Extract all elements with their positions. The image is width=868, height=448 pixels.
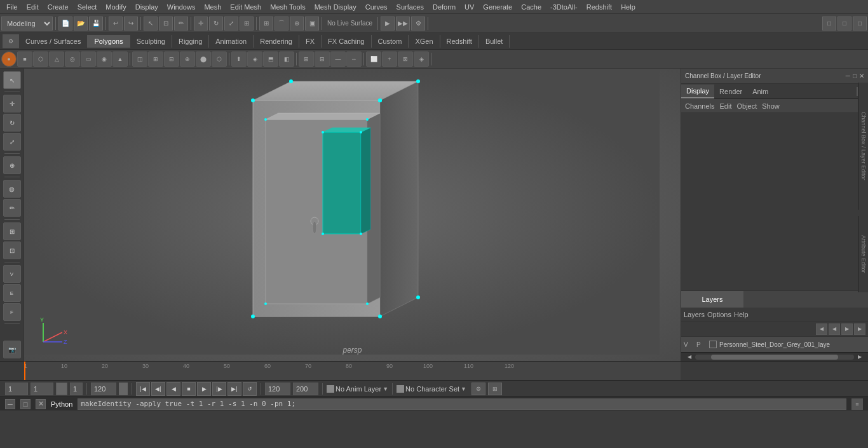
go-start-btn[interactable]: |◀	[136, 382, 150, 396]
cube-btn[interactable]: ■	[17, 51, 32, 67]
cylinder-btn[interactable]: ⬡	[33, 51, 48, 67]
menu-surfaces[interactable]: Surfaces	[393, 2, 428, 12]
range-start-input[interactable]	[31, 383, 53, 395]
mirror-btn[interactable]: ◫	[132, 51, 147, 67]
vertex-mode-btn[interactable]: V	[3, 265, 21, 283]
playback-max-input[interactable]	[293, 383, 318, 395]
layers-tab-anim[interactable]	[806, 291, 868, 308]
tab-custom[interactable]: Custom	[372, 35, 409, 48]
connect-btn[interactable]: —	[330, 51, 346, 67]
layer-prev2-btn[interactable]: ◀	[829, 323, 840, 335]
undo-btn[interactable]: ↩	[109, 17, 123, 31]
soft-select-btn[interactable]: ◍	[3, 180, 21, 198]
current-frame-input[interactable]	[5, 383, 28, 395]
panel-max-btn[interactable]: □	[853, 72, 857, 79]
ch-channels-btn[interactable]: Channels	[685, 102, 714, 110]
snap-curve-btn[interactable]: ⌒	[275, 17, 288, 31]
layer-opt-options[interactable]: Options	[707, 311, 731, 318]
python-tab[interactable]: Python	[51, 400, 72, 408]
insert-loop-btn[interactable]: ⊞	[299, 51, 314, 67]
collapse-btn[interactable]: ⊠	[398, 51, 413, 67]
paint-select-btn[interactable]: ✏	[174, 17, 188, 31]
new-scene-btn[interactable]: 📄	[58, 17, 72, 31]
menu-3dtall[interactable]: -3DtoAll-	[546, 2, 581, 12]
menu-modify[interactable]: Modify	[102, 2, 130, 12]
play-back-btn[interactable]: ◀	[166, 382, 180, 396]
merge-btn[interactable]: ◈	[414, 51, 429, 67]
render-frame-btn[interactable]: ▶	[381, 17, 395, 31]
tab-bullet[interactable]: Bullet	[479, 35, 510, 48]
disk-btn[interactable]: ◉	[97, 51, 112, 67]
paint-ops-btn[interactable]: ✏	[3, 199, 21, 217]
step-forward-btn[interactable]: |▶	[212, 382, 226, 396]
rotate-tool-btn[interactable]: ↻	[209, 17, 223, 31]
scroll-right-btn[interactable]: ▶	[854, 353, 865, 362]
ch-object-btn[interactable]: Object	[736, 102, 757, 110]
offset-loop-btn[interactable]: ⊟	[315, 51, 330, 67]
char-set-extra-btn[interactable]: ⊞	[488, 383, 502, 395]
viewport[interactable]: View Shading Lighting Show Renderer Pane…	[24, 69, 681, 361]
panel-min-btn[interactable]: ─	[846, 72, 850, 79]
snap-point-btn[interactable]: ⊕	[290, 17, 304, 31]
render-sequence-btn[interactable]: ▶▶	[396, 17, 410, 31]
move-mode-btn[interactable]: ✛	[3, 95, 21, 112]
mode-dropdown[interactable]: Modeling Rigging Animation FX Rendering …	[1, 17, 53, 31]
menu-help[interactable]: Help	[617, 2, 639, 12]
edge-mode-btn[interactable]: E	[3, 284, 21, 302]
tab-curves-surfaces[interactable]: Curves / Surfaces	[19, 35, 88, 48]
rp-tab-display[interactable]: Display	[681, 85, 714, 98]
snap-manip-btn[interactable]: ⊡	[3, 241, 21, 259]
ch-edit-btn[interactable]: Edit	[719, 102, 731, 110]
play-forward-btn[interactable]: ▶	[197, 382, 211, 396]
manipulator-btn[interactable]: ⊕	[3, 156, 21, 174]
separate-btn[interactable]: ⊟	[164, 51, 179, 67]
slide-edge-btn[interactable]: ↔	[346, 51, 362, 67]
scale-tool-btn[interactable]: ⤢	[224, 17, 238, 31]
loop-btn[interactable]: ↺	[243, 382, 257, 396]
menu-select[interactable]: Select	[74, 2, 101, 12]
tool-settings-toggle-btn[interactable]: □	[853, 17, 867, 31]
menu-uv[interactable]: UV	[461, 2, 478, 12]
cone-btn[interactable]: △	[49, 51, 64, 67]
fill-hole-btn[interactable]: ⬜	[366, 51, 381, 67]
attr-editor-side-label[interactable]: Attribute Editor	[858, 216, 868, 292]
boolean-btn[interactable]: ⊕	[180, 51, 195, 67]
stop-btn[interactable]: ■	[182, 382, 196, 396]
save-scene-btn[interactable]: 💾	[89, 17, 103, 31]
go-end-btn[interactable]: ▶|	[227, 382, 241, 396]
menu-windows[interactable]: Windows	[163, 2, 200, 12]
playback-range-end[interactable]	[91, 383, 116, 395]
range-field-input[interactable]	[70, 383, 83, 395]
ch-show-btn[interactable]: Show	[762, 102, 780, 110]
layers-tab-display[interactable]: Layers	[681, 291, 743, 308]
tab-redshift[interactable]: Redshift	[440, 35, 479, 48]
script-editor-btn[interactable]: ≡	[851, 398, 863, 410]
render-settings-btn[interactable]: ⚙	[411, 17, 425, 31]
step-back-btn[interactable]: ◀|	[151, 382, 165, 396]
layer-opt-layers[interactable]: Layers	[684, 311, 705, 318]
channel-box-toggle-btn[interactable]: □	[822, 17, 836, 31]
menu-display[interactable]: Display	[132, 2, 162, 12]
tab-xgen[interactable]: XGen	[409, 35, 440, 48]
tab-polygons[interactable]: Polygons	[88, 35, 130, 48]
menu-mesh-display[interactable]: Mesh Display	[311, 2, 360, 12]
camera-btn[interactable]: 📷	[3, 341, 21, 358]
move-tool-btn[interactable]: ✛	[194, 17, 208, 31]
char-set-settings-btn[interactable]: ⚙	[471, 383, 485, 395]
menu-create[interactable]: Create	[44, 2, 72, 12]
bevel-btn[interactable]: ◈	[247, 51, 262, 67]
menu-edit[interactable]: Edit	[23, 2, 43, 12]
layer-color-swatch[interactable]	[709, 341, 717, 348]
timeline-ruler[interactable]: 1 10 20 30 40 50 60 70 80 90 100 110 120	[24, 362, 681, 380]
layer-scroll-track[interactable]	[695, 355, 854, 360]
torus-btn[interactable]: ◎	[65, 51, 80, 67]
char-set-dropdown[interactable]: No Character Set ▼	[397, 385, 466, 393]
redo-btn[interactable]: ↪	[124, 17, 138, 31]
wedge-btn[interactable]: ◧	[279, 51, 294, 67]
snap-grid-btn[interactable]: ⊞	[259, 17, 273, 31]
bridge-btn[interactable]: ⬒	[263, 51, 278, 67]
menu-edit-mesh[interactable]: Edit Mesh	[226, 2, 265, 12]
menu-mesh-tools[interactable]: Mesh Tools	[266, 2, 309, 12]
tab-sculpting[interactable]: Sculpting	[130, 35, 172, 48]
channel-box-side-label[interactable]: Channel Box / Layer Editor	[858, 83, 868, 210]
